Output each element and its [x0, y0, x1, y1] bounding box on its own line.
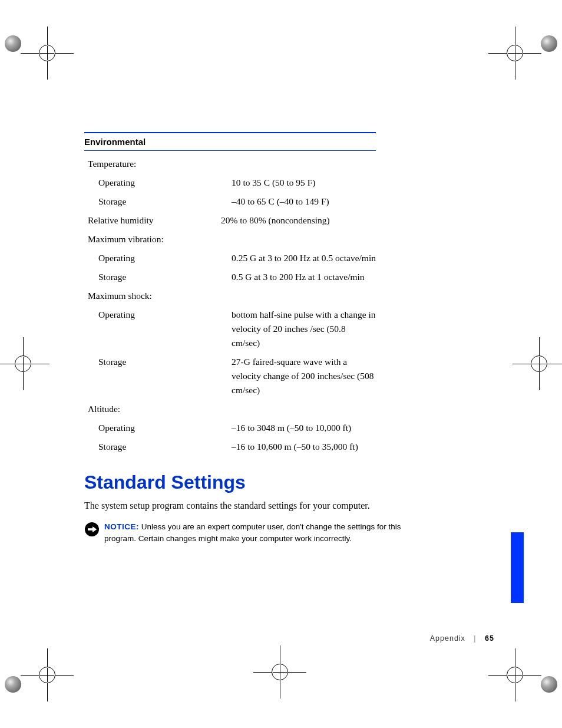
notice-text: NOTICE: Unless you are an expert compute…: [104, 521, 402, 545]
spec-label: Storage: [84, 195, 232, 209]
spec-row: Operating–16 to 3048 m (–50 to 10,000 ft…: [84, 421, 376, 435]
heading-standard-settings: Standard Settings: [84, 472, 497, 493]
spec-value: –16 to 10,600 m (–50 to 35,000 ft): [232, 440, 376, 454]
paragraph-intro: The system setup program contains the st…: [84, 499, 396, 512]
thumb-tab: [511, 532, 524, 603]
spec-row: Storage–40 to 65 C (–40 to 149 F): [84, 195, 376, 209]
spec-value: 10 to 35 C (50 to 95 F): [232, 176, 376, 190]
spec-row: Maximum vibration:: [84, 232, 376, 246]
notice-label: NOTICE:: [104, 522, 139, 531]
spec-label: Operating: [84, 421, 232, 435]
spec-label: Operating: [84, 308, 232, 322]
spec-row: Storage27-G faired-square wave with a ve…: [84, 355, 376, 397]
spec-row: Temperature:: [84, 157, 376, 171]
spec-label: Maximum vibration:: [84, 232, 221, 246]
svg-rect-1: [88, 528, 93, 531]
spec-row: Storage–16 to 10,600 m (–50 to 35,000 ft…: [84, 440, 376, 454]
spec-value: –40 to 65 C (–40 to 149 F): [232, 195, 376, 209]
spec-table: Temperature:Operating10 to 35 C (50 to 9…: [84, 157, 376, 454]
spec-value: 0.5 G at 3 to 200 Hz at 1 octave/min: [232, 270, 376, 284]
spec-row: Maximum shock:: [84, 289, 376, 303]
spec-label: Relative humidity: [84, 213, 221, 228]
spec-row: Operatingbottom half-sine pulse with a c…: [84, 308, 376, 350]
page-footer: Appendix | 65: [430, 634, 494, 643]
spec-value: 20% to 80% (noncondensing): [221, 213, 376, 228]
spec-label: Maximum shock:: [84, 289, 221, 303]
notice-body: Unless you are an expert computer user, …: [104, 522, 401, 543]
notice-block: NOTICE: Unless you are an expert compute…: [84, 521, 402, 545]
spec-label: Storage: [84, 355, 232, 369]
spec-value: bottom half-sine pulse with a change in …: [232, 308, 376, 350]
spec-value: –16 to 3048 m (–50 to 10,000 ft): [232, 421, 376, 435]
spec-value: 27-G faired-square wave with a velocity …: [232, 355, 376, 397]
spec-label: Storage: [84, 440, 232, 454]
spec-label: Operating: [84, 176, 232, 190]
footer-section: Appendix: [430, 634, 465, 643]
spec-row: Operating10 to 35 C (50 to 95 F): [84, 176, 376, 190]
spec-row: Storage0.5 G at 3 to 200 Hz at 1 octave/…: [84, 270, 376, 284]
spec-label: Operating: [84, 251, 232, 265]
footer-page-number: 65: [485, 634, 494, 643]
spec-label: Altitude:: [84, 402, 221, 416]
notice-arrow-icon: [84, 522, 100, 537]
spec-row: Operating0.25 G at 3 to 200 Hz at 0.5 oc…: [84, 251, 376, 265]
spec-label: Temperature:: [84, 157, 221, 171]
footer-separator: |: [474, 634, 476, 643]
spec-value: 0.25 G at 3 to 200 Hz at 0.5 octave/min: [232, 251, 376, 265]
section-header-environmental: Environmental: [84, 132, 376, 151]
spec-label: Storage: [84, 270, 232, 284]
spec-row: Relative humidity20% to 80% (noncondensi…: [84, 213, 376, 228]
spec-row: Altitude:: [84, 402, 376, 416]
